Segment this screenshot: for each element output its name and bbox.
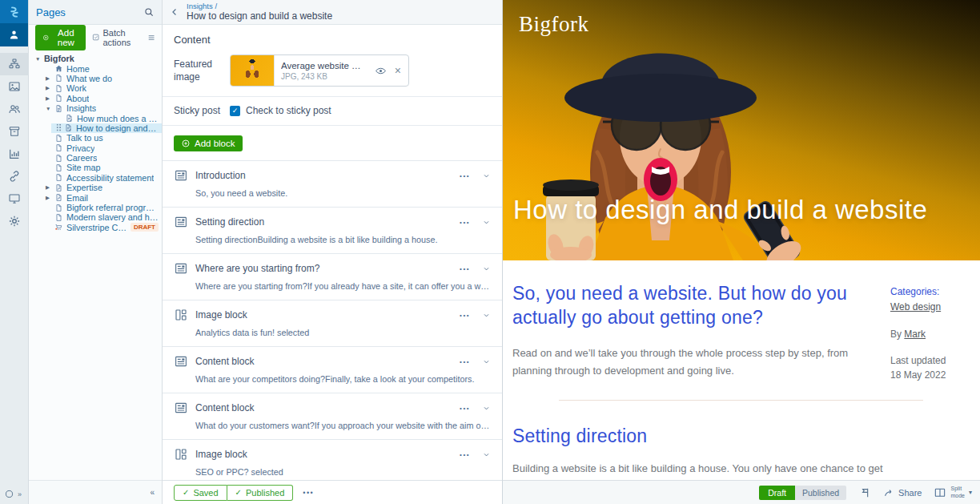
- tree-item-label: Site map: [66, 163, 101, 172]
- tree-item[interactable]: How to design and build a web...: [29, 123, 162, 133]
- tree-caret-icon[interactable]: ▶: [46, 85, 54, 91]
- block-row[interactable]: Introduction ••• So, you need a website.: [163, 161, 502, 208]
- profile-menu-item[interactable]: [0, 23, 28, 46]
- view-options-icon[interactable]: [147, 32, 155, 43]
- share-button[interactable]: Share: [883, 487, 922, 498]
- tree-item[interactable]: ▼ Bigfork: [29, 54, 162, 63]
- tree-item[interactable]: Silverstripe CMS DRAFT: [29, 223, 162, 232]
- block-title: Where are you starting from?: [195, 263, 319, 274]
- rail-menu-item[interactable]: [0, 165, 29, 187]
- report-icon: [8, 147, 21, 160]
- tree-item[interactable]: Bigfork referral programme: [29, 203, 162, 212]
- close-icon[interactable]: ×: [395, 65, 401, 76]
- tree-caret-icon[interactable]: ▼: [35, 56, 44, 62]
- field-label: Sticky post: [174, 104, 230, 117]
- rail-menu-item[interactable]: [0, 75, 29, 98]
- add-new-button[interactable]: Add new: [35, 25, 86, 50]
- content-block-icon: [174, 401, 188, 415]
- rail-menu-item[interactable]: [0, 187, 29, 210]
- tree-caret-icon[interactable]: ▼: [46, 106, 54, 111]
- breadcrumb[interactable]: Insights /: [187, 2, 332, 10]
- field-label: Featured image: [174, 54, 230, 87]
- sticky-post-checkbox[interactable]: ✓: [230, 106, 240, 116]
- featured-image-card[interactable]: Average website design meeting JPG, 243 …: [230, 54, 409, 87]
- tree-item[interactable]: ▼ Insights: [29, 103, 162, 113]
- checkbox-label: Check to sticky post: [246, 105, 331, 116]
- sitemap-icon: [8, 58, 21, 71]
- tree-item[interactable]: ▶ Expertise: [29, 183, 162, 192]
- site-logo[interactable]: Bigfork: [503, 12, 589, 37]
- tree-item[interactable]: How much does a website cost?: [29, 113, 162, 123]
- chevron-down-icon[interactable]: [482, 264, 491, 273]
- tree-item[interactable]: Talk to us: [29, 133, 162, 143]
- tree-caret-icon[interactable]: ▶: [46, 95, 54, 102]
- collapse-panel-button[interactable]: «: [150, 488, 155, 497]
- tree-item[interactable]: Privacy: [29, 143, 162, 153]
- block-row[interactable]: Content block ••• What are your competit…: [163, 347, 502, 393]
- published-button[interactable]: ✓ Published: [227, 485, 294, 501]
- tree-item[interactable]: Modern slavery and human traffick...: [29, 212, 162, 222]
- block-actions-button[interactable]: •••: [460, 265, 470, 272]
- rail-menu-item[interactable]: [0, 53, 29, 75]
- tree-item[interactable]: Accessibility statement: [29, 173, 162, 183]
- block-summary: So, you need a website.: [195, 188, 491, 198]
- saved-button[interactable]: ✓ Saved: [174, 485, 227, 501]
- block-actions-button[interactable]: •••: [460, 451, 470, 458]
- tree-item[interactable]: ▶ Work: [29, 83, 162, 93]
- block-actions-button[interactable]: •••: [460, 172, 470, 179]
- block-row[interactable]: Setting direction ••• Setting directionB…: [163, 208, 502, 254]
- chevron-down-icon[interactable]: [482, 450, 491, 459]
- block-actions-button[interactable]: •••: [460, 219, 470, 226]
- tree-item[interactable]: Careers: [29, 153, 162, 163]
- tree-caret-icon[interactable]: ▶: [46, 75, 54, 82]
- block-actions-button[interactable]: •••: [460, 405, 470, 412]
- eye-icon[interactable]: [375, 65, 387, 77]
- add-block-button[interactable]: Add block: [174, 135, 243, 151]
- rail-menu-item[interactable]: [0, 143, 29, 165]
- chevron-down-icon[interactable]: [482, 218, 491, 227]
- link-icon: [8, 170, 21, 183]
- main-menu-rail: »: [0, 0, 29, 504]
- content-section-title: Content: [163, 25, 502, 53]
- help-circle-icon[interactable]: [4, 489, 14, 499]
- block-row[interactable]: Where are you starting from? ••• Where a…: [163, 254, 502, 300]
- tree-caret-icon[interactable]: ▶: [46, 184, 54, 191]
- category-link[interactable]: Web design: [890, 301, 941, 312]
- block-row[interactable]: Content block ••• What do your customers…: [163, 393, 502, 440]
- tree-item[interactable]: ▶ What we do: [29, 74, 162, 83]
- pages-panel-header: Pages: [29, 0, 162, 25]
- drag-handle-icon[interactable]: [56, 123, 62, 132]
- tree-item[interactable]: Home: [29, 63, 162, 73]
- chevron-left-icon: [169, 6, 180, 18]
- block-actions-button[interactable]: •••: [460, 312, 470, 319]
- more-actions-button[interactable]: •••: [303, 489, 314, 497]
- back-button[interactable]: [163, 6, 187, 18]
- author-link[interactable]: Mark: [904, 329, 926, 340]
- search-icon[interactable]: [143, 6, 155, 18]
- featured-image-thumbnail: [231, 55, 275, 86]
- draft-button[interactable]: Draft: [759, 486, 795, 500]
- chevron-down-icon[interactable]: [482, 311, 491, 320]
- split-mode-button[interactable]: Split mode ▾: [934, 486, 972, 498]
- batch-actions-button[interactable]: Batch actions: [92, 28, 141, 47]
- block-row[interactable]: Image block ••• Analytics data is fun! s…: [163, 300, 502, 347]
- content-block-icon: [174, 261, 188, 276]
- block-actions-button[interactable]: •••: [460, 358, 470, 365]
- tree-item[interactable]: ▶ Email: [29, 192, 162, 202]
- chevron-down-icon[interactable]: [482, 357, 491, 366]
- expand-panel-button[interactable]: »: [18, 490, 22, 498]
- rail-menu-item[interactable]: [0, 120, 29, 143]
- published-toggle-button[interactable]: Published: [795, 486, 846, 500]
- tree-item[interactable]: Site map: [29, 163, 162, 172]
- chevron-down-icon[interactable]: ▾: [969, 489, 972, 496]
- chevron-down-icon[interactable]: [482, 404, 491, 413]
- silverstripe-logo[interactable]: [0, 0, 28, 23]
- image-block-icon: [174, 308, 188, 322]
- rail-menu-item[interactable]: [0, 98, 29, 120]
- tree-caret-icon[interactable]: ▶: [46, 195, 54, 201]
- tree-item[interactable]: ▶ About: [29, 94, 162, 103]
- rail-menu-item[interactable]: [0, 210, 29, 232]
- chevron-down-icon[interactable]: [482, 171, 491, 180]
- preview-state-icon[interactable]: [858, 486, 871, 499]
- tree-item-label: Bigfork referral programme: [66, 203, 159, 212]
